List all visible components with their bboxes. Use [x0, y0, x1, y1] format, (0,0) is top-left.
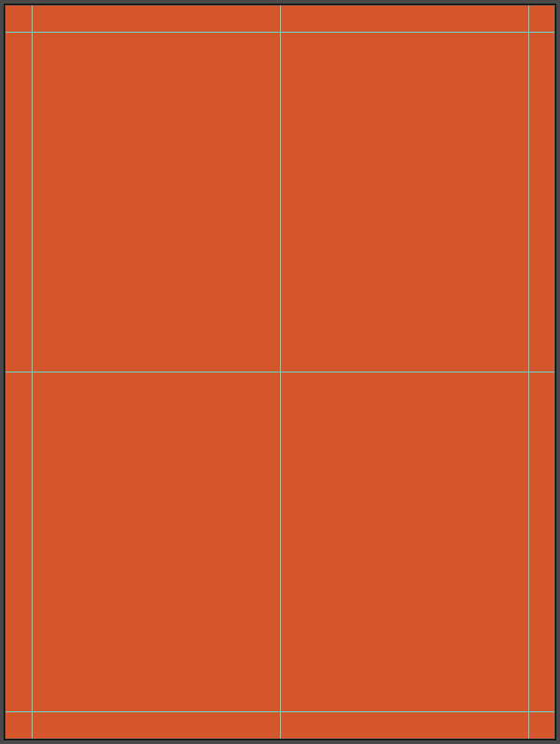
- guide-horizontal-2[interactable]: [6, 711, 554, 712]
- guide-horizontal-0[interactable]: [6, 32, 554, 33]
- guide-horizontal-1[interactable]: [6, 372, 554, 372]
